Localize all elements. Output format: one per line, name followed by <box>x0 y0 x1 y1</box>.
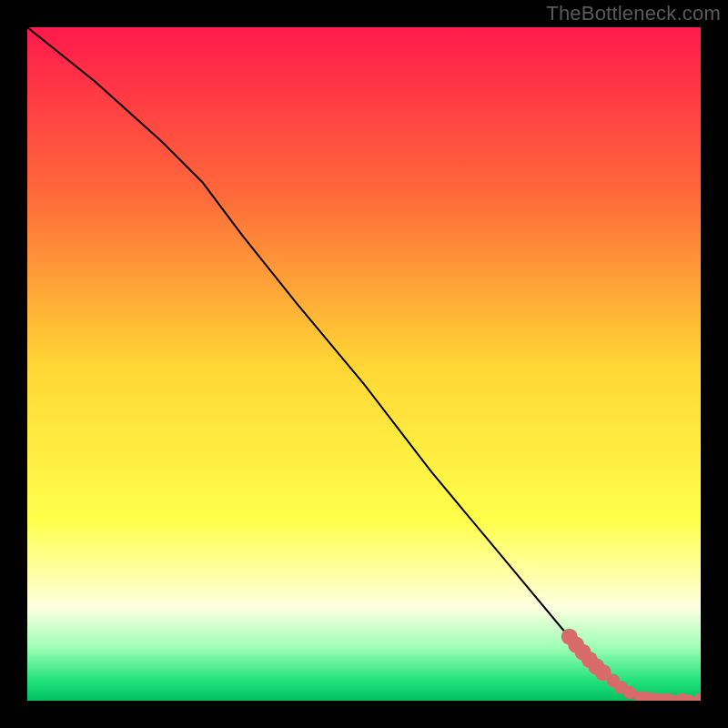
watermark-text: TheBottleneck.com <box>546 2 721 25</box>
plot-area <box>27 27 701 701</box>
chart-frame: TheBottleneck.com <box>0 0 728 728</box>
chart-svg <box>27 27 701 701</box>
gradient-background <box>27 27 701 701</box>
